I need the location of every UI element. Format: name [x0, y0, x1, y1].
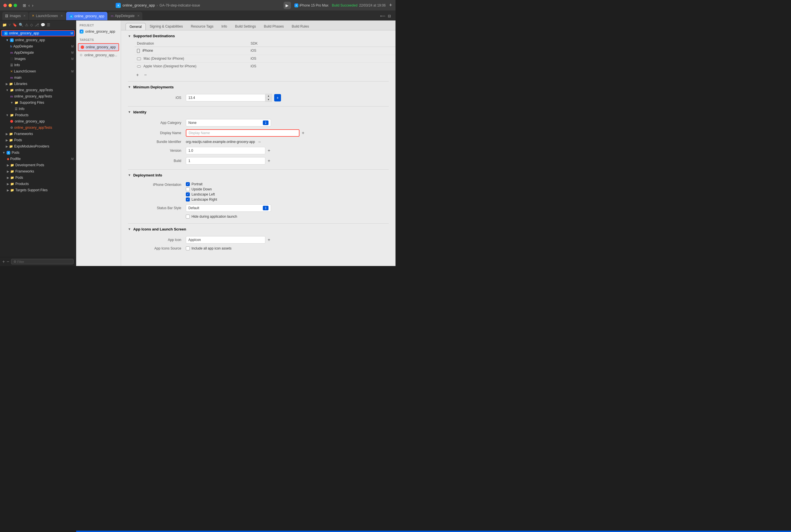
dest-row-mac: Mac (Designed for iPhone) iOS	[135, 55, 396, 62]
sidebar-item-dev-pods[interactable]: ▶ 📁 Development Pods	[0, 162, 76, 168]
project-item[interactable]: X online_grocery_app	[76, 28, 121, 35]
portrait-checkbox[interactable]: ✓	[186, 182, 190, 186]
app-icon-plus[interactable]: +	[268, 237, 270, 242]
sidebar-item-libraries[interactable]: ▶ 📁 Libraries	[0, 81, 76, 87]
minimize-button[interactable]	[8, 4, 12, 7]
display-name-plus[interactable]: +	[302, 130, 304, 136]
tab-info[interactable]: Info	[217, 23, 231, 30]
min-deploy-chevron[interactable]: ▼	[128, 85, 131, 89]
app-icons-chevron[interactable]: ▼	[128, 227, 131, 231]
app-icons-source-checkbox[interactable]	[186, 246, 190, 250]
landscape-right-checkbox[interactable]: ✓	[186, 197, 190, 202]
appdelegate-tab-close[interactable]: ✕	[137, 14, 139, 17]
sidebar-item-tests-product[interactable]: ⚙ online_grocery_appTests	[0, 125, 76, 131]
sidebar-item-launchscreen[interactable]: ✕ LaunchScreen M	[0, 68, 76, 74]
sidebar-item-targets-support[interactable]: ▶ 📁 Targets Support Files	[0, 187, 76, 193]
tab-build-rules[interactable]: Build Rules	[288, 23, 313, 30]
test-target-item[interactable]: ⚙ online_grocery_app...	[76, 52, 121, 59]
hide-during-launch-checkbox[interactable]	[186, 214, 190, 218]
sidebar-add-btn[interactable]: +	[2, 259, 5, 264]
warning-icon[interactable]: ⚠	[25, 23, 28, 27]
version-plus[interactable]: +	[268, 148, 270, 153]
sidebar-item-pods-root[interactable]: ▼ X Pods	[0, 150, 76, 156]
device-selector[interactable]: X iPhone 15 Pro Max	[294, 3, 328, 7]
sidebar-item-expo[interactable]: ▶ 📁 ExpoModulesProviders	[0, 143, 76, 150]
landscape-left-checkbox[interactable]: ✓	[186, 192, 190, 196]
diamond-icon[interactable]: ◇	[30, 23, 33, 27]
images-tab-icon: 🖼	[5, 14, 8, 18]
editor-left-icon[interactable]: ⟵	[380, 14, 386, 18]
images-tab-close[interactable]: ✕	[23, 14, 25, 17]
settings-detail-panel: General Signing & Capabilities Resource …	[121, 20, 396, 266]
filter-input[interactable]: ⊙ Filter	[11, 259, 74, 264]
sidebar-toggle-icon[interactable]: ⊞	[23, 3, 26, 8]
play-button[interactable]: ▶	[284, 2, 291, 9]
sidebar-item-supporting-files[interactable]: ▼ 📁 Supporting Files	[0, 99, 76, 106]
upside-down-checkbox[interactable]	[186, 187, 190, 191]
build-input[interactable]	[186, 157, 265, 165]
tab-launchscreen[interactable]: ✕ LaunchScreen ✕	[29, 12, 65, 20]
tab-appdelegate[interactable]: m AppDelegate ✕	[108, 12, 142, 20]
sidebar-item-main[interactable]: m main	[0, 74, 76, 81]
version-input[interactable]	[186, 147, 265, 154]
tab-build-settings[interactable]: Build Settings	[231, 23, 260, 30]
display-name-input[interactable]: Display Name	[186, 129, 300, 137]
ios-step-down[interactable]: ▼	[265, 98, 272, 101]
tab-images[interactable]: 🖼 Images ✕	[2, 12, 28, 20]
supporting-files-label: Supporting Files	[20, 101, 44, 104]
app-category-stepper[interactable]	[263, 120, 269, 125]
bundle-id-arrow[interactable]: →	[257, 139, 261, 144]
identity-chevron[interactable]: ▼	[128, 110, 131, 114]
comment-icon[interactable]: 💬	[41, 23, 45, 27]
sidebar-item-appdelegate-m[interactable]: m AppDelegate M	[0, 50, 76, 56]
supported-dest-chevron[interactable]: ▼	[128, 34, 131, 38]
ios-add-btn[interactable]: +	[274, 94, 281, 101]
dest-add-btn[interactable]: +	[135, 72, 140, 78]
nav-back-icon[interactable]: ‹	[28, 3, 30, 8]
hierarchy-icon[interactable]: ☰	[47, 23, 50, 27]
sidebar-item-app-folder[interactable]: ▼ X online_grocery_app	[0, 37, 76, 43]
status-bar-select[interactable]: Default	[186, 204, 271, 212]
app-icon-input[interactable]	[186, 236, 265, 244]
bookmark-icon[interactable]: 🔖	[13, 23, 17, 27]
tab-online-grocery-app[interactable]: X online_grocery_app	[66, 12, 108, 20]
app-category-select[interactable]: None	[186, 119, 271, 127]
sidebar-item-products2[interactable]: ▶ 📁 Products	[0, 181, 76, 187]
sidebar-item-frameworks2[interactable]: ▶ 📁 Frameworks	[0, 168, 76, 174]
build-plus[interactable]: +	[268, 158, 270, 164]
ios-step-up[interactable]: ▲	[265, 94, 272, 98]
add-button[interactable]: +	[389, 2, 392, 8]
sidebar-item-frameworks[interactable]: ▶ 📁 Frameworks	[0, 131, 76, 137]
sidebar-item-pods-inner[interactable]: ▶ 📁 Pods	[0, 137, 76, 143]
deploy-info-chevron[interactable]: ▼	[128, 173, 131, 177]
sidebar-item-grocery-product[interactable]: online_grocery_app	[0, 118, 76, 125]
build-status-text: Build Succeeded	[332, 3, 358, 7]
sidebar-item-appdelegate-h[interactable]: h AppDelegate M	[0, 43, 76, 50]
sidebar-item-tests[interactable]: ▼ 📁 online_grocery_appTests	[0, 87, 76, 93]
launchscreen-tab-close[interactable]: ✕	[60, 14, 63, 17]
editor-split-icon[interactable]: ⊟	[388, 14, 391, 18]
status-bar-stepper[interactable]	[263, 206, 269, 210]
sidebar-item-tests-file[interactable]: m online_grocery_appTests	[0, 93, 76, 99]
close-button[interactable]	[3, 4, 7, 7]
main-target-item[interactable]: online_grocery_app	[78, 43, 119, 51]
tab-resource-tags[interactable]: Resource Tags	[187, 23, 217, 30]
sidebar-item-supporting-info[interactable]: ☰ Info	[0, 106, 76, 112]
sidebar-remove-btn[interactable]: −	[6, 259, 9, 264]
file-nav-icon[interactable]: 📁	[2, 23, 7, 27]
sidebar-item-products-group[interactable]: ▼ 📁 Products	[0, 112, 76, 118]
dest-remove-btn[interactable]: −	[142, 72, 148, 78]
tab-general[interactable]: General	[126, 23, 146, 30]
tab-build-phases[interactable]: Build Phases	[260, 23, 288, 30]
sidebar-item-podfile[interactable]: ◆ Podfile M	[0, 156, 76, 162]
sidebar-item-images[interactable]: 🖼 Images M	[0, 56, 76, 62]
tab-signing[interactable]: Signing & Capabilities	[146, 23, 187, 30]
source-control-icon[interactable]: ⑂	[8, 23, 11, 27]
sidebar-item-pods2[interactable]: ▶ 📁 Pods	[0, 174, 76, 181]
maximize-button[interactable]	[14, 4, 17, 7]
git-icon[interactable]: ⎇	[35, 23, 39, 27]
nav-forward-icon[interactable]: ›	[32, 3, 34, 8]
sidebar-item-info[interactable]: ☰ Info	[0, 62, 76, 68]
search-icon[interactable]: 🔍	[19, 23, 23, 27]
sidebar-item-root[interactable]: X online_grocery_app M	[1, 30, 75, 36]
